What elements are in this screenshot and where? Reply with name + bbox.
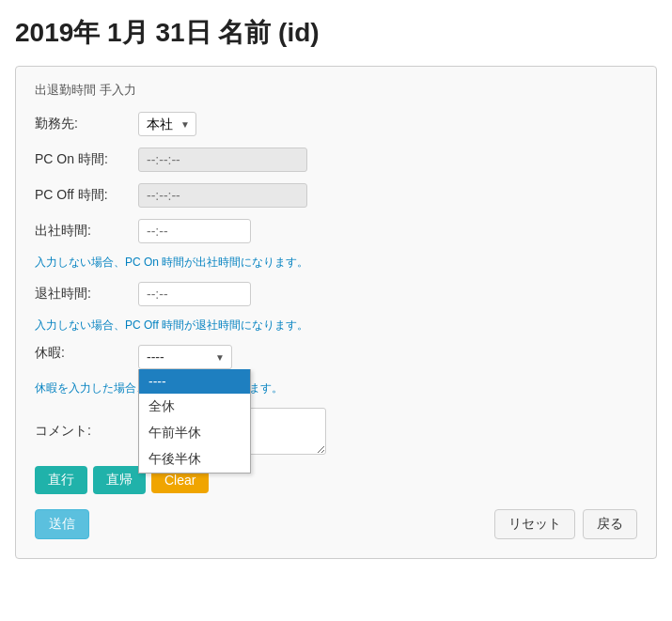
shussha-label: 出社時間: [35, 223, 138, 240]
kyuka-option-blank[interactable]: ---- [139, 369, 250, 394]
kinmusaki-label: 勤務先: [35, 116, 138, 132]
taissha-input[interactable] [138, 282, 251, 306]
kyuka-option-gozenhankyu[interactable]: 午前半休 [139, 420, 250, 446]
page-title: 2019年 1月 31日 名前 (id) [15, 15, 657, 51]
comment-label: コメント: [35, 423, 138, 440]
pc-off-label: PC Off 時間: [35, 187, 138, 204]
action-buttons: 直行 直帰 Clear [35, 466, 637, 494]
kyuka-dropdown-container[interactable]: ---- ---- 全休 午前半休 午後半休 [138, 345, 232, 369]
kinmusaki-select-wrapper[interactable]: 本社 [138, 112, 196, 136]
kyuka-option-gonohankyu[interactable]: 午後半休 [139, 446, 250, 473]
chokkou-button[interactable]: 直行 [35, 466, 87, 494]
kyuka-row: 休暇: ---- ---- 全休 午前半休 午後半休 [35, 345, 637, 369]
kinmusaki-select[interactable]: 本社 [138, 112, 196, 136]
shussha-row: 出社時間: [35, 219, 637, 243]
form-card: 出退勤時間 手入力 勤務先: 本社 PC On 時間: PC Off 時間: 出… [15, 66, 657, 559]
taissha-hint: 入力しない場合、PC Off 時間が退社時間になります。 [35, 318, 637, 334]
back-button[interactable]: 戻る [583, 509, 637, 539]
comment-row: コメント: [35, 408, 637, 455]
shussha-hint: 入力しない場合、PC On 時間が出社時間になります。 [35, 255, 637, 271]
taissha-label: 退社時間: [35, 286, 138, 303]
footer-right: リセット 戻る [494, 509, 637, 539]
pc-off-input[interactable] [138, 183, 307, 208]
kinmusaki-row: 勤務先: 本社 [35, 112, 637, 136]
pc-on-label: PC On 時間: [35, 151, 138, 168]
kyuka-label: 休暇: [35, 345, 138, 362]
kyuka-option-zenkyu[interactable]: 全休 [139, 394, 250, 420]
reset-button[interactable]: リセット [494, 509, 575, 539]
footer-row: 送信 リセット 戻る [35, 509, 637, 539]
submit-button[interactable]: 送信 [35, 509, 89, 539]
pc-off-row: PC Off 時間: [35, 183, 637, 208]
kyuka-dropdown-trigger[interactable]: ---- [138, 345, 232, 369]
kyuka-hint: 休暇を入力した場合、勤務時間は無視されます。 [35, 380, 637, 396]
pc-on-input[interactable] [138, 147, 307, 172]
taissha-row: 退社時間: [35, 282, 637, 306]
card-title: 出退勤時間 手入力 [35, 82, 637, 99]
shussha-input[interactable] [138, 219, 251, 243]
pc-on-row: PC On 時間: [35, 147, 637, 172]
kyuka-dropdown-list: ---- 全休 午前半休 午後半休 [138, 369, 251, 474]
kyuka-selected-value: ---- [147, 349, 164, 365]
